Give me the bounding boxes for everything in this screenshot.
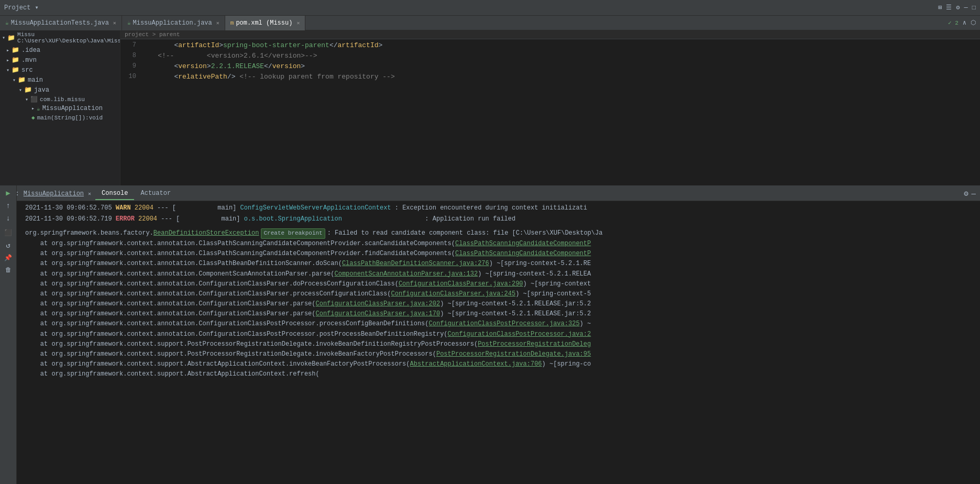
project-title: Project <box>4 4 30 12</box>
stack-exception-link[interactable]: BeanDefinitionStoreException <box>153 228 259 238</box>
run-tab-console[interactable]: Console <box>95 188 134 200</box>
stack-link-8[interactable]: ConfigurationClassParser.java:170 <box>316 309 441 319</box>
arrow-expanded-pkg: ▾ <box>25 96 28 103</box>
dropdown-arrow[interactable]: ▾ <box>35 4 38 12</box>
run-app-name[interactable]: MissuApplication <box>24 190 84 197</box>
stack-link-2[interactable]: ClassPathScanningCandidateComponentP <box>455 249 591 259</box>
panel-settings-icon[interactable]: ⚙ <box>964 189 968 198</box>
sidebar-item-missuapp[interactable]: ▸ ☕ MissuApplication <box>0 104 120 113</box>
stack-link-5[interactable]: ConfigurationClassParser.java:290 <box>399 279 523 289</box>
run-stop-icon[interactable]: ⬛ <box>4 229 12 237</box>
stack-indent-4: at org.springframework.context.annotatio… <box>25 269 335 279</box>
sidebar-item-java[interactable]: ▾ 📁 java <box>0 85 120 95</box>
code-line-9: 9 <version>2.2.1.RELEASE</version> <box>120 62 980 73</box>
log-colon-error: : Application run failed <box>342 214 515 224</box>
tab-pom-label: pom.xml (Missu) <box>236 19 292 27</box>
stack-suffix-3: ) ~[spring-context-5.2.1.RE <box>489 259 591 269</box>
log-thread-error: main] <box>180 214 244 224</box>
tab-app-label: MissuApplication.java <box>133 19 212 27</box>
sidebar-item-package[interactable]: ▾ ⬛ com.lib.missu <box>0 95 120 104</box>
package-icon: ⬛ <box>30 96 38 103</box>
run-app-close[interactable]: ✕ <box>88 191 91 197</box>
stack-indent-1: at org.springframework.context.annotatio… <box>25 239 455 249</box>
sidebar-item-main-method[interactable]: ◆ main(String[]):void <box>0 113 120 122</box>
stack-line-1: at org.springframework.context.annotatio… <box>25 239 976 249</box>
log-class-warn[interactable]: ConfigServletWebServerApplicationContext <box>240 203 391 213</box>
stack-suffix-9: ) ~ <box>580 319 591 329</box>
editor-expand-icon[interactable]: ⬡ <box>971 19 976 27</box>
code-line-7: 7 <artifactId>spring-boot-starter-parent… <box>120 41 980 52</box>
run-clear-icon[interactable]: 🗑 <box>5 266 12 274</box>
log-time-warn: 2021-11-30 09:06:52.705 <box>25 203 116 213</box>
sidebar-item-src[interactable]: ▾ 📁 src <box>0 65 120 75</box>
toolbar-list-icon[interactable]: ☰ <box>946 4 952 12</box>
sidebar-item-missu-root[interactable]: ▾ 📁 Missu C:\Users\XUF\Desktop\Java\Miss… <box>0 30 120 45</box>
stack-line-9: at org.springframework.context.annotatio… <box>25 319 976 329</box>
run-rerun-icon[interactable]: ↺ <box>6 241 10 250</box>
editor-caret-icon: ∧ <box>963 19 966 27</box>
run-panel: Run: MissuApplication ✕ Console Actuator… <box>0 185 980 484</box>
stack-suffix-4: ) ~[spring-context-5.2.1.RELEA <box>478 269 591 279</box>
run-tab-actuator[interactable]: Actuator <box>134 188 177 200</box>
toolbar-minimize-icon[interactable]: — <box>964 4 968 12</box>
stack-line-13: at org.springframework.context.support.A… <box>25 359 976 369</box>
run-scroll-up-icon[interactable]: ↑ <box>6 202 10 210</box>
toolbar-maximize-icon[interactable]: □ <box>972 4 976 12</box>
stack-line-5: at org.springframework.context.annotatio… <box>25 279 976 289</box>
stack-suffix-5: ) ~[spring-context <box>523 279 591 289</box>
stack-suffix-6: ) ~[spring-context-5 <box>515 289 591 299</box>
stack-link-13[interactable]: AbstractApplicationContext.java:706 <box>410 359 542 369</box>
stack-line-10: at org.springframework.context.annotatio… <box>25 329 976 339</box>
sidebar-item-main[interactable]: ▾ 📁 main <box>0 75 120 85</box>
stack-line-11: at org.springframework.context.support.P… <box>25 339 976 349</box>
sidebar-label-main: main <box>28 76 43 84</box>
toolbar-layout-icon[interactable]: ⊞ <box>938 4 942 12</box>
stack-line-7: at org.springframework.context.annotatio… <box>25 299 976 309</box>
log-level-warn: WARN <box>116 203 135 213</box>
stack-link-1[interactable]: ClassPathScanningCandidateComponentP <box>455 239 591 249</box>
sidebar-label-idea: .idea <box>21 47 40 54</box>
breadcrumb-text: project > parent <box>125 31 180 38</box>
stack-line-3: at org.springframework.context.annotatio… <box>25 259 976 269</box>
log-class-error[interactable]: o.s.boot.SpringApplication <box>244 214 342 224</box>
tab-app-close[interactable]: ✕ <box>216 20 219 26</box>
code-line-10: 10 <relativePath/> <!-- lookup parent fr… <box>120 73 980 83</box>
run-play-icon[interactable]: ▶ <box>6 189 10 197</box>
sidebar-label-mvn: .mvn <box>21 57 37 64</box>
run-panel-header: Run: MissuApplication ✕ Console Actuator… <box>0 186 980 201</box>
tab-app[interactable]: ☕ MissuApplication.java ✕ <box>122 16 225 30</box>
stack-breakpoint-badge[interactable]: Create breakpoint <box>261 228 325 239</box>
stack-link-4[interactable]: ComponentScanAnnotationParser.java:132 <box>335 269 478 279</box>
stack-link-12[interactable]: PostProcessorRegistrationDelegate.java:9… <box>436 349 591 359</box>
run-side-icons: ▶ ↑ ↓ ⬛ ↺ 📌 🗑 <box>0 185 17 484</box>
arrow-expanded-main: ▾ <box>13 77 16 83</box>
stack-link-11[interactable]: PostProcessorRegistrationDeleg <box>478 339 591 349</box>
line-code-8: <!-- <version>2.6.1</version>--> <box>141 52 317 60</box>
stack-link-7[interactable]: ConfigurationClassParser.java:202 <box>316 299 441 309</box>
sidebar-item-mvn[interactable]: ▸ 📁 .mvn <box>0 55 120 65</box>
tab-pom-close[interactable]: ✕ <box>296 20 300 26</box>
stack-line-6: at org.springframework.context.annotatio… <box>25 289 976 299</box>
console-output[interactable]: 2021-11-30 09:06:52.705 WARN 22004 --- [… <box>0 201 980 484</box>
run-pin-icon[interactable]: 📌 <box>4 254 12 262</box>
log-sep-warn: --- [ <box>153 203 176 213</box>
stack-link-6[interactable]: ConfigurationClassParser.java:245 <box>391 289 516 299</box>
folder-icon: 📁 <box>7 34 15 42</box>
stack-link-3[interactable]: ClassPathBeanDefinitionScanner.java:276 <box>342 259 489 269</box>
tab-tests[interactable]: ☕ MissuApplicationTests.java ✕ <box>0 16 122 30</box>
tab-app-icon: ☕ <box>127 19 131 26</box>
tab-pom[interactable]: m pom.xml (Missu) ✕ <box>225 16 306 30</box>
toolbar-gear-icon[interactable]: ⚙ <box>956 4 960 12</box>
panel-close-icon[interactable]: — <box>972 190 976 198</box>
run-scroll-down-icon[interactable]: ↓ <box>6 214 10 223</box>
stack-link-9[interactable]: ConfigurationClassPostProcessor.java:325 <box>429 319 580 329</box>
sidebar-item-idea[interactable]: ▸ 📁 .idea <box>0 45 120 55</box>
top-toolbar: Project ▾ ⊞ ☰ ⚙ — □ <box>0 0 980 16</box>
arrow-collapsed-app: ▸ <box>31 105 35 112</box>
line-code-7: <artifactId>spring-boot-starter-parent</… <box>141 41 382 49</box>
stack-line-14: at org.springframework.context.support.A… <box>25 369 976 379</box>
code-line-8: 8 <!-- <version>2.6.1</version>--> <box>120 52 980 62</box>
folder-icon-idea: 📁 <box>12 46 19 54</box>
tab-tests-close[interactable]: ✕ <box>113 20 116 26</box>
stack-link-10[interactable]: ConfigurationClassPostProcessor.java:2 <box>448 329 591 339</box>
